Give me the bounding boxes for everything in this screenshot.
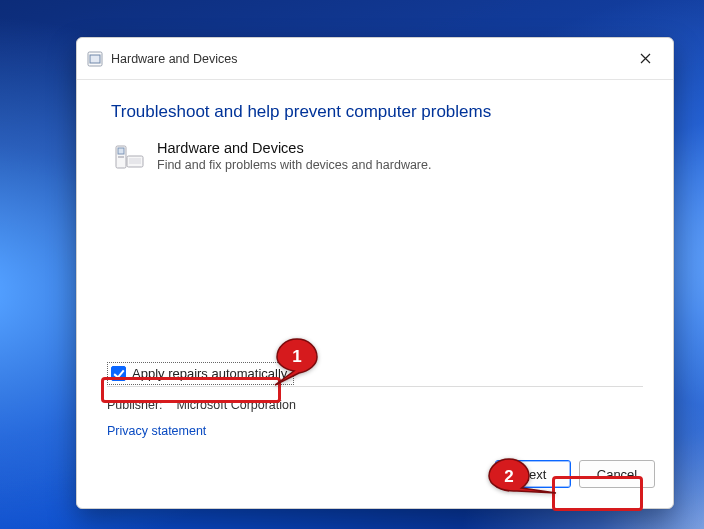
- divider: [107, 386, 643, 387]
- titlebar-text: Hardware and Devices: [111, 52, 237, 66]
- apply-repairs-row[interactable]: Apply repairs automatically: [107, 362, 294, 385]
- svg-rect-4: [118, 156, 124, 158]
- svg-rect-6: [129, 158, 141, 164]
- troubleshooter-description: Find and fix problems with devices and h…: [157, 158, 431, 172]
- troubleshooter-title: Hardware and Devices: [157, 140, 431, 156]
- troubleshooter-dialog: Hardware and Devices Troubleshoot and he…: [76, 37, 674, 509]
- page-heading: Troubleshoot and help prevent computer p…: [111, 102, 639, 122]
- next-mnemonic: N: [520, 467, 529, 482]
- titlebar: Hardware and Devices: [77, 38, 673, 80]
- apply-repairs-label: Apply repairs automatically: [132, 366, 287, 381]
- close-icon: [640, 53, 651, 64]
- publisher-value: Microsoft Corporation: [176, 398, 296, 412]
- cancel-button[interactable]: Cancel: [579, 460, 655, 488]
- next-rest: ext: [529, 467, 546, 482]
- dialog-footer: Next Cancel: [77, 452, 673, 508]
- next-button[interactable]: Next: [495, 460, 571, 488]
- close-button[interactable]: [623, 44, 667, 74]
- svg-rect-1: [90, 55, 100, 63]
- troubleshooter-item: Hardware and Devices Find and fix proble…: [111, 140, 639, 174]
- publisher-label: Publisher:: [107, 398, 173, 412]
- hardware-icon: [113, 142, 145, 174]
- publisher-row: Publisher: Microsoft Corporation: [107, 398, 296, 412]
- svg-rect-3: [118, 148, 124, 154]
- titlebar-icon: [87, 51, 103, 67]
- apply-repairs-checkbox[interactable]: [111, 366, 126, 381]
- dialog-content: Troubleshoot and help prevent computer p…: [77, 80, 673, 452]
- privacy-link[interactable]: Privacy statement: [107, 424, 206, 438]
